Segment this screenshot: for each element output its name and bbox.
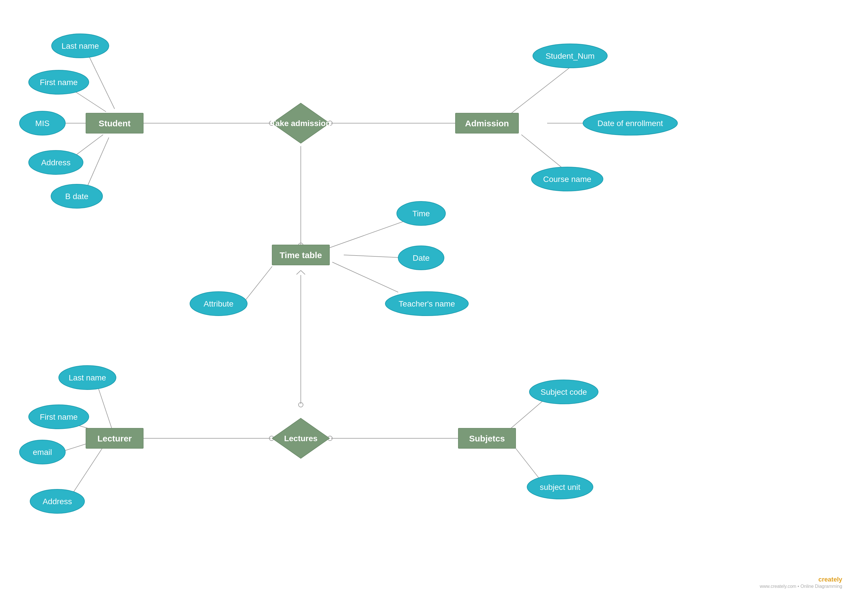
attr-timetable-teachername-label: Teacher's name (399, 299, 455, 308)
svg-line-9 (511, 67, 570, 113)
attr-timetable-attribute-label: Attribute (204, 299, 233, 308)
svg-line-22 (97, 385, 112, 428)
rel-lectures-label: Lectures (284, 434, 318, 443)
svg-line-0 (89, 56, 115, 109)
rel-take-admission-label: Take admission (271, 119, 331, 128)
entity-student-label: Student (99, 119, 131, 128)
svg-line-13 (329, 218, 414, 248)
attr-lecturer-address-label: Address (43, 497, 72, 506)
entity-timetable-label: Time table (280, 250, 322, 260)
attr-admission-studentnum-label: Student_Num (545, 52, 595, 60)
attr-student-bdate-label: B date (65, 192, 89, 201)
watermark-tagline: www.creately.com • Online Diagramming (759, 584, 842, 589)
svg-line-1 (73, 90, 106, 112)
svg-line-11 (521, 135, 567, 172)
svg-line-25 (73, 447, 103, 493)
entity-subjetcs-label: Subjetcs (469, 434, 505, 443)
attr-admission-dateenrollment-label: Date of enrollment (598, 119, 663, 128)
attr-lecturer-lastname-label: Last name (69, 373, 106, 382)
watermark-brand: creately (818, 576, 843, 583)
attr-timetable-date-label: Date (412, 254, 430, 263)
attr-lecturer-email-label: email (33, 448, 52, 457)
entity-admission-label: Admission (465, 119, 509, 128)
svg-line-16 (245, 266, 272, 301)
svg-line-26 (510, 400, 544, 429)
attr-timetable-time-label: Time (412, 209, 430, 218)
attr-student-firstname-label: First name (40, 78, 78, 87)
svg-line-14 (344, 255, 405, 258)
entity-lecturer-label: Lecturer (97, 434, 132, 443)
attr-admission-coursename-label: Course name (543, 175, 591, 184)
svg-line-35 (297, 270, 301, 274)
attr-subjetcs-subjectcode-label: Subject code (540, 388, 587, 397)
attr-subjetcs-subjectunit-label: subject unit (540, 483, 580, 491)
attr-lecturer-firstname-label: First name (40, 413, 78, 421)
svg-line-36 (301, 270, 305, 274)
svg-line-15 (332, 262, 398, 292)
svg-line-27 (516, 448, 542, 481)
attr-student-address-label: Address (41, 158, 71, 167)
attr-student-mis-label: MIS (35, 119, 50, 128)
attr-student-lastname-label: Last name (62, 41, 99, 50)
